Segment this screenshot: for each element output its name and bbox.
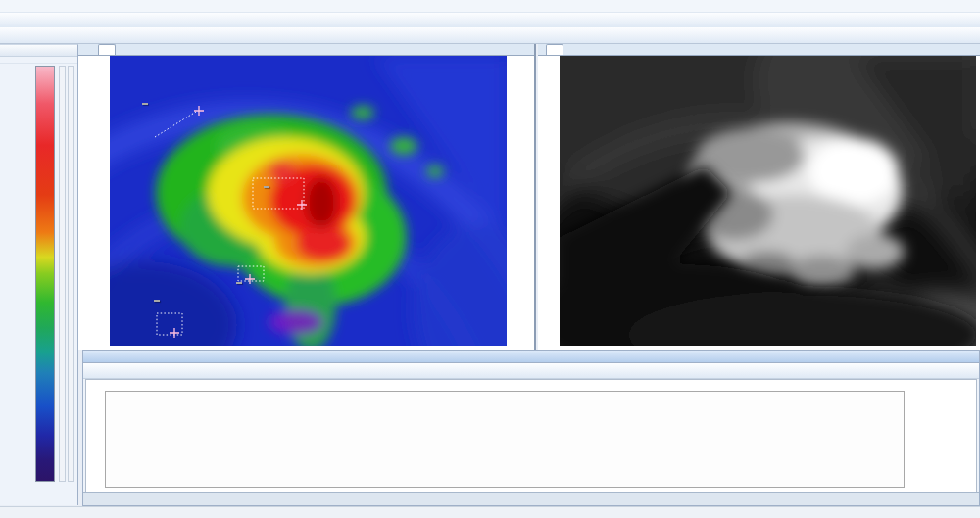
- reference-tabstrip: [538, 44, 980, 56]
- reference-view-content: [538, 56, 980, 350]
- colorbar-lower-limit-slider[interactable]: [68, 66, 74, 482]
- main-image-panel: [78, 44, 536, 350]
- menu-bar: [0, 0, 980, 13]
- trend-chart-region: [85, 379, 977, 494]
- main-view-content: [78, 56, 534, 350]
- marker-label[interactable]: [154, 300, 160, 302]
- trend-plot[interactable]: [105, 391, 905, 488]
- scaling-panel: [0, 44, 78, 505]
- status-bar: [0, 506, 980, 518]
- tab-hauptbild[interactable]: [98, 44, 116, 55]
- view-toolbar: [0, 27, 980, 44]
- colorbar-area: [0, 64, 77, 485]
- trend-panel: [82, 350, 980, 506]
- chart-vertical-scroll: [964, 391, 974, 488]
- reference-image[interactable]: [560, 56, 976, 346]
- trend-toolbar: [83, 363, 979, 379]
- thermal-image-wrap: [110, 56, 507, 346]
- reference-image-panel: [538, 44, 980, 350]
- marker-label[interactable]: [142, 103, 148, 105]
- scaling-panel-header: [0, 45, 77, 57]
- main-toolbar: [0, 13, 980, 27]
- reference-image-wrap: [560, 56, 976, 346]
- main-tabstrip: [78, 44, 534, 56]
- thermal-image[interactable]: [110, 56, 507, 346]
- trend-panel-title: [83, 351, 979, 363]
- colorbar[interactable]: [35, 66, 55, 482]
- marker-label[interactable]: [236, 282, 242, 284]
- colorbar-upper-limit-slider[interactable]: [59, 66, 66, 482]
- marker-label[interactable]: [264, 186, 270, 188]
- tab-referenz[interactable]: [546, 44, 564, 55]
- trend-bottom-tabs: [83, 492, 979, 505]
